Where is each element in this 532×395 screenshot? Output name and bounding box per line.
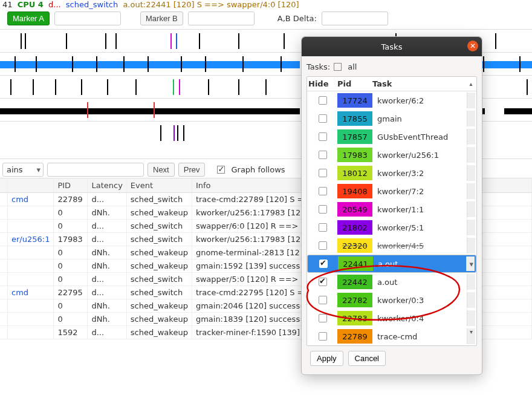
task-name: a.out (372, 278, 467, 287)
pid-chip: 18012 (337, 166, 372, 180)
task-name: kworker/1:1 (372, 205, 467, 214)
cell-task: cmd (8, 286, 54, 299)
scrollbar-track[interactable] (467, 147, 475, 163)
status-cpu: CPU 4 (18, 0, 44, 9)
task-name: kworker/u256:1 (372, 151, 467, 160)
task-row[interactable]: 22441a.out (307, 255, 476, 273)
hide-checkbox[interactable] (319, 132, 327, 141)
tasks-label: Tasks: (307, 62, 330, 71)
cell-task (8, 326, 54, 339)
marker-a-input[interactable] (54, 11, 121, 25)
task-name: GUsbEventThread (372, 132, 467, 142)
hide-checkbox[interactable] (319, 96, 327, 105)
task-row[interactable]: 17724kworker/6:2 (307, 91, 476, 109)
prev-button[interactable]: Prev (178, 163, 206, 177)
tasks-dialog[interactable]: Tasks ✕ Tasks: all Hide Pid Task ▴ 17724… (301, 36, 482, 375)
pid-chip: 17855 (337, 111, 372, 126)
pid-chip: 17724 (337, 93, 372, 108)
scroll-up-icon[interactable]: ▴ (469, 80, 472, 87)
col-latency[interactable]: Latency (88, 178, 126, 193)
task-name: kworker/3:2 (372, 169, 467, 178)
task-row[interactable]: 22320kworker/4:5 (307, 237, 476, 255)
task-row[interactable]: 22789trace-cmd▾ (307, 327, 476, 345)
scrollbar-track[interactable] (467, 238, 475, 253)
hide-checkbox[interactable] (319, 260, 328, 268)
hide-checkbox[interactable] (319, 314, 327, 322)
marker-b-input[interactable] (188, 11, 255, 25)
filter-input[interactable] (47, 163, 144, 177)
hide-checkbox[interactable] (319, 169, 327, 177)
col-task[interactable] (8, 178, 54, 193)
scrollbar-track[interactable] (467, 292, 475, 308)
task-name: kworker/0:3 (372, 296, 467, 305)
delta-input[interactable] (322, 11, 388, 25)
pid-chip: 22442 (337, 275, 372, 289)
col-pid2[interactable]: Pid (337, 79, 372, 88)
task-row[interactable]: 22442a.out (307, 273, 476, 291)
hide-checkbox[interactable] (319, 241, 327, 250)
cell-task (8, 313, 54, 326)
scrollbar-track[interactable] (467, 129, 475, 145)
pid-chip: 17983 (337, 148, 372, 162)
task-row[interactable]: 19408kworker/7:2 (307, 182, 476, 200)
scrollbar-track[interactable] (467, 310, 475, 326)
scrollbar-track[interactable] (466, 256, 475, 271)
pid-chip: 21802 (337, 220, 372, 235)
task-list[interactable]: Hide Pid Task ▴ 17724kworker/6:217855gma… (307, 76, 477, 346)
cell-task (8, 246, 54, 260)
hide-checkbox[interactable] (319, 332, 327, 341)
close-icon[interactable]: ✕ (467, 41, 478, 51)
marker-b-button[interactable]: Marker B (140, 11, 183, 25)
scrollbar-track[interactable] (467, 201, 475, 217)
task-row[interactable]: 17857GUsbEventThread (307, 128, 476, 146)
next-button[interactable]: Next (148, 163, 175, 177)
status-detail: a.out:22441 [120] S ==> swapper/4:0 [120… (123, 0, 299, 9)
task-row[interactable]: 17855gmain (307, 109, 476, 128)
col-task2[interactable]: Task (372, 79, 467, 88)
dialog-titlebar[interactable]: Tasks ✕ (302, 37, 482, 56)
scrollbar-track[interactable] (467, 111, 475, 126)
all-checkbox[interactable] (334, 63, 342, 71)
cell-task: cmd (8, 193, 54, 206)
scrollbar-track[interactable] (467, 183, 475, 199)
filter-select[interactable]: ains (2, 163, 44, 177)
task-row[interactable]: 21802kworker/5:1 (307, 218, 476, 237)
hide-checkbox[interactable] (319, 278, 327, 286)
scroll-down-icon[interactable]: ▾ (467, 328, 475, 335)
hide-checkbox[interactable] (319, 223, 327, 232)
task-row[interactable]: 20549kworker/1:1 (307, 200, 476, 218)
col-pid[interactable]: PID (54, 178, 88, 193)
apply-button[interactable]: Apply (310, 351, 343, 366)
scrollbar-track[interactable] (467, 165, 475, 181)
scrollbar-track[interactable] (467, 274, 475, 290)
task-name: kworker/6:2 (372, 96, 467, 105)
task-name: gmain (372, 114, 467, 123)
hide-checkbox[interactable] (319, 114, 327, 123)
status-func: sched_switch (66, 0, 118, 9)
svg-rect-50 (485, 102, 504, 118)
scrollbar-track[interactable] (467, 93, 475, 108)
pid-chip: 17857 (337, 129, 372, 144)
col-blank[interactable] (0, 178, 8, 193)
task-row[interactable]: 22783kworker/0:4 (307, 309, 476, 327)
task-name: a.out (373, 260, 466, 269)
task-row[interactable]: 18012kworker/3:2 (307, 164, 476, 182)
col-hide[interactable]: Hide (308, 79, 337, 88)
pid-chip: 20549 (337, 202, 372, 217)
pid-chip: 22782 (337, 293, 372, 307)
graph-follows-checkbox[interactable] (217, 166, 225, 174)
pid-chip: 22783 (337, 311, 372, 325)
pid-chip: 19408 (337, 184, 372, 198)
task-row[interactable]: 17983kworker/u256:1 (307, 146, 476, 164)
hide-checkbox[interactable] (319, 187, 327, 195)
hide-checkbox[interactable] (319, 151, 327, 159)
hide-checkbox[interactable] (319, 296, 327, 304)
col-event[interactable]: Event (126, 178, 192, 193)
scrollbar-track[interactable] (467, 220, 475, 235)
cancel-button[interactable]: Cancel (348, 351, 386, 366)
marker-a-button[interactable]: Marker A (7, 11, 50, 25)
task-row[interactable]: 22782kworker/0:3 (307, 291, 476, 309)
hide-checkbox[interactable] (319, 205, 327, 214)
task-name: kworker/7:2 (372, 187, 467, 196)
scrollbar-track[interactable]: ▾ (467, 328, 475, 344)
